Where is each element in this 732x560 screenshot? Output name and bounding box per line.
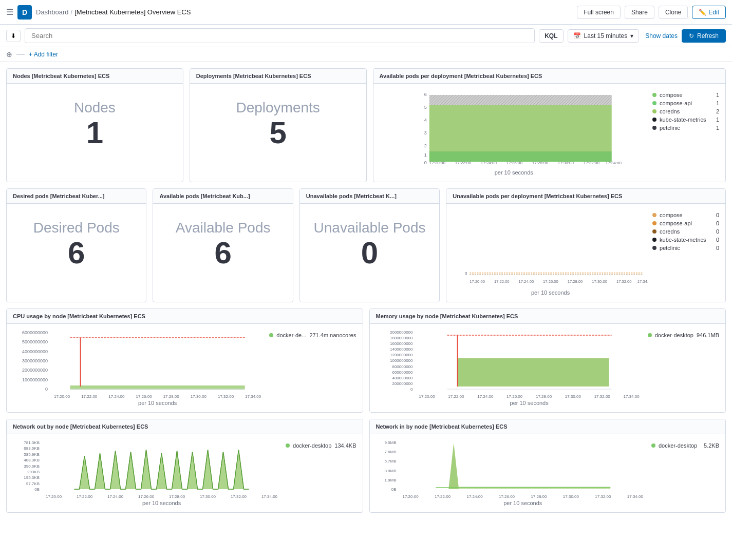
full-screen-button[interactable]: Full screen: [577, 6, 621, 19]
svg-text:17:22:00: 17:22:00: [494, 279, 510, 284]
unavail-per-deploy-per-label: per 10 seconds: [453, 289, 648, 296]
edit-button[interactable]: ✏️ Edit: [692, 6, 726, 19]
panels-row-4: Network out by node [Metricbeat Kubernet…: [6, 419, 726, 513]
svg-text:17:22:00: 17:22:00: [455, 161, 471, 165]
search-input[interactable]: [25, 28, 535, 43]
svg-text:17:30:00: 17:30:00: [592, 279, 608, 284]
breadcrumb-root[interactable]: Dashboard: [36, 8, 69, 16]
net-in-legend-dot: [651, 443, 655, 448]
legend-dot-compose-api: [652, 101, 656, 105]
unavail-dot-coredns: [652, 229, 656, 234]
unavail-legend-coredns: coredns 0: [652, 228, 719, 235]
deployments-panel: Deployments [Metricbeat Kubernetes] ECS …: [190, 68, 367, 182]
unavail-per-deploy-content: 0 17:20:00 17:22:00 17:24:00 17:26:00 17…: [446, 204, 725, 302]
net-in-chart: [403, 440, 644, 492]
unavail-per-deploy-legend: compose 0 compose-api 0 coredns 0: [652, 210, 719, 296]
share-button[interactable]: Share: [625, 6, 654, 19]
filter-row: ⊕ + Add filter: [0, 47, 732, 62]
filter-bar: ⬇ KQL 📅 Last 15 minutes ▾ Show dates ↻ R…: [0, 25, 732, 47]
svg-text:17:24:00: 17:24:00: [480, 161, 497, 165]
refresh-button[interactable]: ↻ Refresh: [682, 29, 726, 43]
legend-dot-coredns: [652, 109, 656, 113]
svg-text:6: 6: [424, 92, 426, 97]
svg-text:0: 0: [424, 160, 426, 165]
legend-item-kube-state: kube-state-metrics 1: [652, 117, 719, 123]
svg-text:0: 0: [465, 271, 467, 276]
desired-pods-panel: Desired pods [Metricbeat Kuber...] Desir…: [6, 188, 146, 302]
show-dates-link[interactable]: Show dates: [645, 32, 678, 40]
avail-pods-panel: Available pods per deployment [Metricbea…: [373, 68, 726, 182]
filter-icon: ⊕: [6, 50, 12, 59]
net-out-panel: Network out by node [Metricbeat Kubernet…: [6, 419, 363, 513]
time-range-text: Last 15 minutes: [584, 32, 628, 40]
nodes-panel-title: Nodes [Metricbeat Kubernetes] ECS: [7, 69, 183, 84]
time-picker[interactable]: 📅 Last 15 minutes ▾: [568, 29, 640, 43]
clone-button[interactable]: Clone: [659, 6, 688, 19]
filter-type-icon: ⬇: [11, 32, 16, 40]
unavail-legend-petclinic: petclinic 0: [652, 245, 719, 251]
breadcrumb: Dashboard / [Metricbeat Kubernetes] Over…: [36, 8, 191, 16]
svg-text:17:26:00: 17:26:00: [506, 161, 522, 165]
svg-text:17:20:00: 17:20:00: [470, 279, 485, 284]
filter-type-button[interactable]: ⬇: [6, 30, 21, 42]
avail-pods-content: 6 5 4 3 2 1 0: [373, 84, 726, 182]
unavail-dot-kube-state: [652, 238, 656, 242]
avail-pods-per-label: per 10 seconds: [380, 169, 649, 176]
calendar-icon: 📅: [573, 32, 581, 40]
net-in-per-label: per 10 seconds: [403, 500, 644, 506]
net-out-legend: docker-desktop 134.4KB: [281, 440, 356, 506]
top-navigation: ☰ D Dashboard / [Metricbeat Kubernetes] …: [0, 0, 732, 25]
avail-pods-chart: 6 5 4 3 2 1 0: [380, 90, 649, 167]
legend-dot-kube-state: [652, 118, 656, 122]
mem-legend-dot: [648, 333, 652, 337]
net-out-legend-item: docker-desktop 134.4KB: [286, 442, 356, 449]
svg-text:17:30:00: 17:30:00: [557, 161, 574, 165]
legend-dot-petclinic: [652, 126, 656, 130]
nodes-value: 1: [86, 116, 103, 150]
cpu-legend-item: docker-de... 271.4m nanocores: [269, 332, 356, 338]
legend-item-compose: compose 1: [652, 92, 719, 98]
memory-title: Memory usage by node [Metricbeat Kuberne…: [370, 309, 726, 324]
edit-icon: ✏️: [699, 9, 706, 16]
svg-text:17:32:00: 17:32:00: [616, 279, 632, 284]
deployments-panel-content: Deployments 5: [190, 84, 366, 166]
svg-text:17:32:00: 17:32:00: [583, 161, 599, 165]
unavailable-pods-label: Unavailable Pods: [314, 220, 426, 236]
unavail-dot-compose-api: [652, 221, 656, 225]
refresh-icon: ↻: [689, 32, 694, 40]
cpu-panel: CPU usage by node [Metricbeat Kubernetes…: [6, 308, 363, 413]
legend-dot-compose: [652, 93, 656, 97]
unavail-per-deploy-title: Unavailable pods per deployment [Metricb…: [446, 189, 725, 204]
chevron-down-icon: ▾: [630, 32, 633, 40]
net-out-title: Network out by node [Metricbeat Kubernet…: [7, 419, 363, 434]
nodes-panel-content: Nodes 1: [7, 84, 183, 166]
hamburger-menu[interactable]: ☰: [6, 7, 13, 17]
legend-item-petclinic: petclinic 1: [652, 125, 719, 131]
svg-rect-37: [457, 358, 609, 387]
unavail-per-deploy-chart: 0 17:20:00 17:22:00 17:24:00 17:26:00 17…: [453, 210, 648, 287]
net-in-panel: Network in by node [Metricbeat Kubernete…: [369, 419, 726, 513]
desired-pods-title: Desired pods [Metricbeat Kuber...]: [7, 189, 146, 204]
deployments-panel-title: Deployments [Metricbeat Kubernetes] ECS: [190, 69, 366, 84]
cpu-chart: [54, 330, 261, 392]
desired-pods-content: Desired Pods 6: [7, 204, 146, 286]
cpu-legend: docker-de... 271.4m nanocores: [265, 330, 356, 406]
svg-text:3: 3: [424, 130, 426, 136]
filter-divider: [16, 54, 25, 55]
nodes-panel: Nodes [Metricbeat Kubernetes] ECS Nodes …: [6, 68, 183, 182]
cpu-content: 6000000000 5000000000 4000000000 3000000…: [7, 324, 363, 412]
avail-pods-title: Available pods per deployment [Metricbea…: [373, 69, 726, 84]
kql-button[interactable]: KQL: [539, 29, 563, 43]
unavail-legend-compose: compose 0: [652, 212, 719, 218]
net-out-content: 781.3KB 683.6KB 585.9KB 488.3KB 390.6KB …: [7, 434, 363, 512]
add-filter-button[interactable]: + Add filter: [29, 51, 58, 58]
available-pods-panel: Available pods [Metricbeat Kub...] Avail…: [153, 188, 293, 302]
nav-actions: Full screen Share Clone ✏️ Edit: [577, 6, 726, 19]
svg-text:2: 2: [424, 143, 426, 148]
svg-rect-8: [429, 105, 611, 151]
available-pods-value: 6: [214, 236, 231, 270]
net-in-legend: docker-desktop 5.2KB: [647, 440, 719, 506]
mem-per-label: per 10 seconds: [419, 400, 640, 406]
unavailable-pods-value: 0: [361, 236, 378, 270]
svg-text:17:34:00: 17:34:00: [605, 161, 622, 165]
